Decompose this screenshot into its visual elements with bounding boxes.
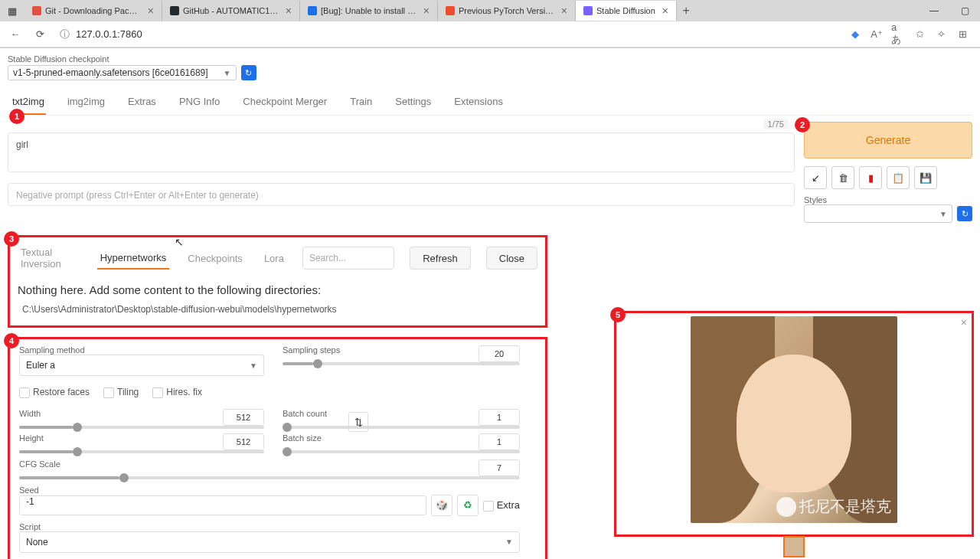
extensions-icon[interactable]: ⊞ bbox=[956, 28, 969, 41]
close-icon[interactable]: × bbox=[423, 5, 430, 17]
favorite-icon[interactable]: ✩ bbox=[913, 28, 926, 41]
close-button[interactable]: Close bbox=[486, 247, 537, 270]
browser-tab[interactable]: Previous PyTorch Versions | PyTo…× bbox=[438, 1, 576, 21]
browser-tab[interactable]: GitHub - AUTOMATIC1111/stabl…× bbox=[162, 1, 300, 21]
hires-fix-checkbox[interactable] bbox=[152, 387, 163, 398]
tab-extras[interactable]: Extras bbox=[126, 90, 158, 115]
extra-tab-lora[interactable]: Lora bbox=[261, 248, 287, 269]
generate-button[interactable]: Generate bbox=[804, 122, 972, 159]
maximize-button[interactable]: ▢ bbox=[949, 0, 980, 21]
extra-checkbox[interactable] bbox=[483, 501, 494, 512]
sampling-steps-label: Sampling steps bbox=[283, 345, 340, 362]
read-icon[interactable]: aあ bbox=[891, 28, 905, 41]
edit-icon[interactable]: ↙ bbox=[804, 166, 827, 189]
browser-tab-active[interactable]: Stable Diffusion× bbox=[576, 1, 677, 21]
sampling-steps-slider[interactable] bbox=[283, 362, 520, 365]
tab-train[interactable]: Train bbox=[348, 90, 374, 115]
swap-dimensions-button[interactable]: ⇅ bbox=[348, 412, 368, 432]
callout-4: 4 bbox=[4, 333, 19, 348]
cfg-slider[interactable] bbox=[19, 476, 520, 479]
styles-select[interactable]: ▼ bbox=[804, 204, 952, 223]
width-value[interactable]: 512 bbox=[223, 409, 264, 426]
paste-icon[interactable]: 📋 bbox=[887, 166, 910, 189]
watermark: 托尼不是塔克 bbox=[776, 496, 891, 517]
sampling-method-select[interactable]: Euler a▼ bbox=[19, 355, 264, 376]
width-slider[interactable] bbox=[19, 426, 264, 429]
chevron-down-icon: ▼ bbox=[224, 69, 231, 77]
thumbnail[interactable] bbox=[783, 536, 805, 557]
save-icon[interactable]: 💾 bbox=[914, 166, 937, 189]
tab-settings[interactable]: Settings bbox=[394, 90, 433, 115]
seed-input[interactable]: -1 bbox=[19, 495, 426, 515]
extra-tab-textual-inversion[interactable]: Textual Inversion bbox=[18, 242, 82, 274]
batch-size-value[interactable]: 1 bbox=[479, 433, 520, 450]
refresh-button[interactable]: Refresh bbox=[410, 247, 471, 270]
batch-count-value[interactable]: 1 bbox=[479, 409, 520, 426]
text-icon[interactable]: A⁺ bbox=[870, 28, 884, 41]
seed-label: Seed bbox=[19, 485, 520, 495]
url-input[interactable]: ⓘ 127.0.0.1:7860 bbox=[55, 28, 842, 41]
info-icon: ⓘ bbox=[60, 28, 70, 41]
new-tab-button[interactable]: + bbox=[677, 4, 695, 18]
browser-chrome: ▦ Git - Downloading Package× GitHub - AU… bbox=[0, 0, 980, 48]
tab-img2img[interactable]: img2img bbox=[66, 90, 106, 115]
callout-1: 1 bbox=[9, 109, 24, 124]
chevron-down-icon: ▼ bbox=[250, 361, 257, 370]
browser-tab[interactable]: [Bug]: Unable to install webui du…× bbox=[300, 1, 438, 21]
close-icon[interactable]: × bbox=[286, 5, 292, 17]
close-icon[interactable]: × bbox=[662, 5, 668, 17]
close-icon[interactable]: × bbox=[148, 5, 154, 17]
clear-icon[interactable]: 🗑 bbox=[831, 166, 854, 189]
extra-tab-hypernetworks[interactable]: Hypernetworks bbox=[97, 247, 170, 270]
extra-networks-icon[interactable]: ▮ bbox=[859, 166, 882, 189]
tab-pnginfo[interactable]: PNG Info bbox=[178, 90, 221, 115]
prompt-input[interactable]: girl bbox=[8, 132, 795, 172]
dice-icon[interactable]: 🎲 bbox=[431, 495, 452, 516]
recycle-icon[interactable]: ♻ bbox=[457, 495, 479, 516]
generated-image[interactable]: 托尼不是塔克 bbox=[691, 316, 897, 523]
tabs-bar: ▦ Git - Downloading Package× GitHub - AU… bbox=[0, 0, 980, 21]
tiling-checkbox[interactable] bbox=[103, 387, 114, 398]
height-value[interactable]: 512 bbox=[223, 433, 264, 450]
script-select[interactable]: None▼ bbox=[19, 531, 520, 553]
height-slider[interactable] bbox=[19, 450, 264, 453]
address-bar: ← ⟳ ⓘ 127.0.0.1:7860 ◆ A⁺ aあ ✩ ✧ ⊞ bbox=[0, 21, 980, 47]
extra-networks-panel: 3 Textual Inversion Hypernetworks Checkp… bbox=[8, 235, 547, 328]
cfg-label: CFG Scale bbox=[19, 459, 60, 476]
refresh-button[interactable]: ⟳ bbox=[31, 25, 49, 44]
shopping-icon[interactable]: ◆ bbox=[848, 28, 862, 41]
search-input[interactable]: Search... bbox=[302, 247, 394, 270]
styles-label: Styles bbox=[804, 195, 972, 204]
chevron-down-icon: ▼ bbox=[939, 210, 947, 218]
directory-path: C:\Users\Administrator\Desktop\stable-di… bbox=[22, 304, 537, 315]
output-gallery: 5 × 托尼不是塔克 bbox=[614, 311, 974, 537]
callout-5: 5 bbox=[610, 307, 626, 322]
browser-tab[interactable]: Git - Downloading Package× bbox=[24, 1, 162, 21]
batch-size-slider[interactable] bbox=[283, 450, 520, 453]
checkpoint-select[interactable]: v1-5-pruned-emaonly.safetensors [6ce0161… bbox=[8, 65, 237, 80]
tab-ckpt-merger[interactable]: Checkpoint Merger bbox=[241, 90, 328, 115]
window-menu-icon[interactable]: ▦ bbox=[6, 5, 18, 17]
height-label: Height bbox=[19, 433, 44, 450]
main-tabs: txt2img img2img Extras PNG Info Checkpoi… bbox=[8, 90, 972, 116]
close-icon[interactable]: × bbox=[961, 316, 967, 329]
extra-tab-checkpoints[interactable]: Checkpoints bbox=[185, 248, 246, 269]
refresh-styles-button[interactable]: ↻ bbox=[957, 206, 972, 221]
sampling-steps-value[interactable]: 20 bbox=[479, 345, 520, 362]
batch-count-slider[interactable] bbox=[283, 426, 520, 429]
callout-3: 3 bbox=[4, 231, 19, 247]
close-icon[interactable]: × bbox=[561, 5, 567, 17]
tab-extensions[interactable]: Extensions bbox=[452, 90, 505, 115]
back-button[interactable]: ← bbox=[6, 25, 24, 44]
chevron-down-icon: ▼ bbox=[505, 538, 513, 546]
checkpoint-label: Stable Diffusion checkpoint bbox=[8, 54, 972, 64]
cfg-value[interactable]: 7 bbox=[479, 459, 520, 476]
width-label: Width bbox=[19, 409, 41, 426]
collections-icon[interactable]: ✧ bbox=[934, 28, 948, 41]
generation-params-panel: 4 Sampling method Euler a▼ Sampling step… bbox=[8, 337, 547, 559]
token-counter: 1/75 bbox=[763, 119, 789, 129]
minimize-button[interactable]: — bbox=[919, 0, 949, 21]
restore-faces-checkbox[interactable] bbox=[19, 387, 30, 398]
negative-prompt-input[interactable]: Negative prompt (press Ctrl+Enter or Alt… bbox=[8, 183, 795, 206]
refresh-checkpoint-button[interactable]: ↻ bbox=[241, 65, 256, 80]
